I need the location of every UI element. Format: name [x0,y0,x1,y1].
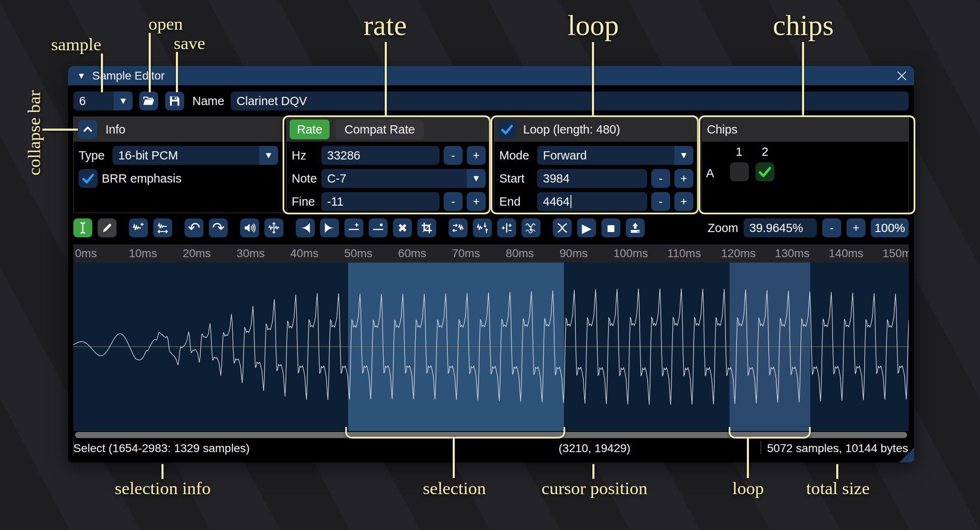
fine-label: Fine [292,195,317,209]
sample-number-select[interactable]: 6 ▼ [73,91,133,110]
amplify-button[interactable] [240,218,259,237]
draw-mode-button[interactable] [98,218,117,237]
timeline-ruler[interactable]: 0ms10ms20ms30ms40ms50ms60ms70ms80ms90ms1… [73,244,909,263]
fine-plus-button[interactable]: + [467,192,486,211]
chip-a1-checkbox[interactable] [730,162,749,181]
sample-toolbar: ↶ ↷ [73,218,909,237]
upload-icon [629,222,641,234]
check-icon [81,171,95,185]
filter-button[interactable] [522,218,540,237]
annotation-loop-bottom: loop [707,478,789,498]
invert-button[interactable] [473,218,492,237]
preview-stop-button[interactable]: ■ [601,218,620,237]
chevron-down-icon[interactable]: ▼ [467,169,486,188]
hz-input[interactable]: 33286 [321,146,440,165]
zoom-minus-button[interactable]: - [822,218,841,237]
chips-col-1: 1 [736,145,742,159]
scrollbar-thumb[interactable] [75,432,907,438]
loop-mode-label: Mode [499,149,533,162]
hz-plus-button[interactable]: + [467,146,486,165]
info-collapse-button[interactable] [78,120,97,139]
waveform-stretch-icon [157,222,169,234]
info-panel: Info Type 16-bit PCM ▼ BRR emphasis [73,117,283,213]
horizontal-scrollbar[interactable] [73,432,909,438]
loop-end-minus-button[interactable]: - [651,192,670,211]
loop-mode-select[interactable]: Forward ▼ [537,146,693,165]
annotation-sample: sample [33,34,119,54]
resize-button[interactable] [129,218,148,237]
sample-editor-window: ▼ Sample Editor 6 ▼ [68,66,914,462]
undo-button[interactable]: ↶ [185,218,203,237]
note-select[interactable]: C-7 ▼ [321,169,486,188]
zoom-input[interactable]: 39.9645% [744,218,817,237]
fade-out-button[interactable] [320,218,339,237]
pencil-icon [101,222,113,234]
annotation-collapse-bar: collapse bar [24,71,44,195]
delete-button[interactable]: ✖ [393,218,412,237]
hz-minus-button[interactable]: - [444,146,463,165]
redo-button[interactable]: ↷ [209,218,228,237]
annotation-open: open [133,14,199,34]
loop-panel: Loop (length: 480) Mode Forward ▼ Start … [494,117,699,213]
sample-row: 6 ▼ Name Clarinet DQV [73,91,909,110]
loop-start-plus-button[interactable]: + [674,169,693,188]
waveform-area[interactable] [73,263,909,431]
crossfade-loop-button[interactable] [553,218,572,237]
reverse-button[interactable] [449,218,468,237]
resample-button[interactable] [153,218,172,237]
check-icon [500,122,514,136]
loop-end-plus-button[interactable]: + [674,192,693,211]
timeline-label: 150ms [883,247,909,260]
save-sample-button[interactable] [165,91,184,110]
loop-start-minus-button[interactable]: - [651,169,670,188]
rate-panel: Rate Compat Rate Hz 33286 - + Note C-7 ▼ [286,117,491,213]
loop-end-input[interactable]: 4464 [537,192,647,211]
waveform-plus-icon [132,222,145,234]
timeline-label: 130ms [775,247,809,260]
window-resize-grip[interactable] [899,448,914,462]
preview-play-button[interactable]: ▶ [577,218,596,237]
trim-button[interactable] [417,218,436,237]
chevron-down-icon[interactable]: ▼ [674,146,693,165]
window-collapse-icon[interactable]: ▼ [77,71,86,81]
note-value: C-7 [321,172,467,185]
timeline-label: 80ms [506,247,534,260]
fine-input[interactable]: -11 [321,192,440,211]
annotation-save: save [157,33,222,53]
loop-end-value: 4464 [543,195,570,209]
fine-minus-button[interactable]: - [444,192,463,211]
timeline-label: 10ms [129,247,157,260]
brr-emphasis-checkbox[interactable] [79,169,98,188]
apply-silence-button[interactable] [369,218,388,237]
loop-start-value: 3984 [543,172,570,185]
fade-in-button[interactable] [296,218,315,237]
chevron-down-icon[interactable]: ▼ [259,146,278,165]
annotation-loop: loop [536,9,651,42]
select-mode-button[interactable] [73,218,92,237]
upload-sample-button[interactable] [626,218,645,237]
loop-checkbox[interactable] [498,120,517,139]
normalize-button[interactable] [264,218,283,237]
crop-icon [421,222,433,234]
chip-a2-checkbox[interactable] [755,162,774,181]
close-button[interactable] [895,69,908,82]
waveform-updown-icon [268,222,280,234]
status-separator [73,441,74,454]
loop-start-input[interactable]: 3984 [537,169,647,188]
name-input[interactable]: Clarinet DQV [231,91,909,110]
signedness-button[interactable] [497,218,516,237]
check-icon [758,164,772,179]
chevron-down-icon[interactable]: ▼ [114,91,133,110]
sample-type-select[interactable]: 16-bit PCM ▼ [112,146,278,165]
open-sample-button[interactable] [139,91,158,110]
loop-end-label: End [499,195,533,209]
crossfade-icon [556,222,568,234]
zoom-plus-button[interactable]: + [847,218,865,237]
timeline-label: 60ms [398,247,426,260]
window-titlebar[interactable]: ▼ Sample Editor [68,66,914,85]
rate-tab[interactable]: Rate [290,120,330,139]
annotation-cursor-position: cursor position [520,478,669,498]
zoom-reset-button[interactable]: 100% [871,218,909,237]
insert-silence-button[interactable] [344,218,363,237]
compat-rate-tab[interactable]: Compat Rate [335,120,424,139]
